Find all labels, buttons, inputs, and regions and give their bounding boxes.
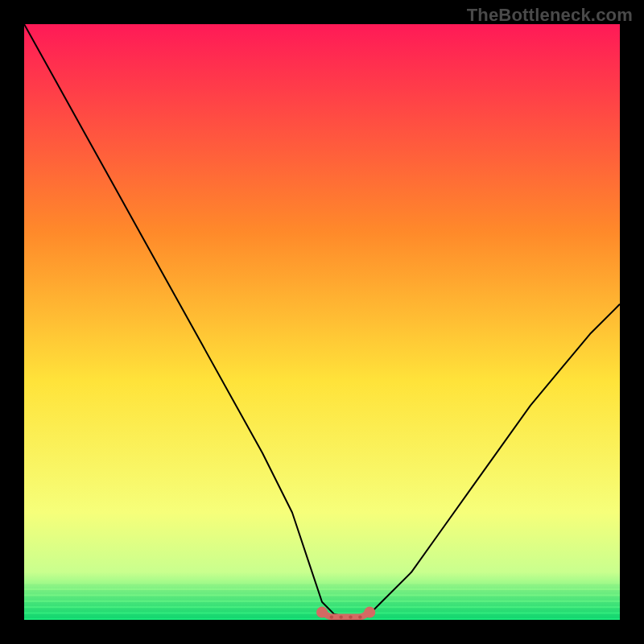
green-band	[24, 584, 620, 588]
chart-frame: TheBottleneck.com	[0, 0, 644, 644]
optimal-range-tick	[358, 615, 361, 618]
optimal-range-tick	[349, 615, 352, 618]
optimal-range-endpoint	[316, 607, 328, 618]
optimal-range-endpoint	[364, 607, 375, 618]
plot-area	[24, 24, 620, 620]
optimal-range-tick	[330, 615, 333, 618]
watermark-text: TheBottleneck.com	[467, 5, 633, 26]
green-band	[24, 590, 620, 594]
optimal-range-tick	[339, 615, 342, 618]
gradient-background	[24, 24, 620, 620]
chart-svg	[24, 24, 620, 620]
